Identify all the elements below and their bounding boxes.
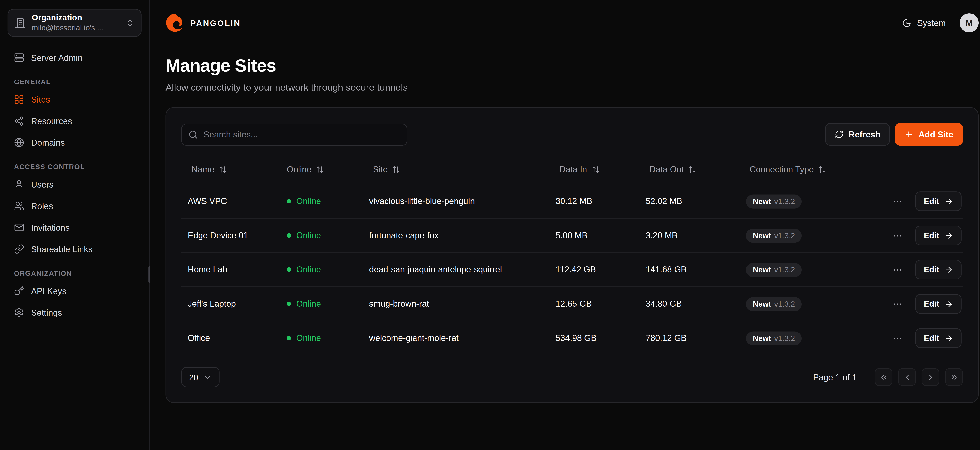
edit-label: Edit [924, 265, 939, 274]
edit-button[interactable]: Edit [915, 328, 962, 348]
mail-icon [14, 222, 24, 233]
theme-toggle[interactable]: System [902, 18, 946, 28]
status-badge: Online [296, 265, 321, 274]
users-icon [14, 201, 24, 211]
sidebar-item-resources[interactable]: Resources [8, 110, 142, 132]
sidebar-item-roles[interactable]: Roles [8, 195, 142, 217]
row-menu-button[interactable] [891, 229, 904, 242]
row-menu-button[interactable] [891, 298, 904, 310]
sites-grid-icon [14, 94, 24, 105]
search-icon [188, 130, 198, 139]
arrow-right-icon [944, 334, 953, 342]
connection-version: v1.3.2 [774, 299, 795, 308]
edit-button[interactable]: Edit [915, 226, 962, 245]
sidebar-item-server-admin[interactable]: Server Admin [8, 47, 142, 68]
site-slug-cell: smug-brown-rat [363, 299, 549, 309]
row-menu-button[interactable] [891, 263, 904, 276]
sidebar-item-domains[interactable]: Domains [8, 132, 142, 153]
connection-type-badge: Newt v1.3.2 [746, 331, 802, 345]
org-selector[interactable]: Organization milo@fossorial.io's ... [8, 9, 142, 36]
first-page-button[interactable] [875, 368, 892, 386]
sidebar-item-label: Domains [31, 138, 65, 147]
toolbar-actions: Refresh Add Site [825, 123, 963, 146]
row-menu-button[interactable] [891, 332, 904, 344]
ellipsis-icon [892, 265, 903, 275]
sort-icon [592, 165, 600, 173]
add-site-button[interactable]: Add Site [895, 123, 963, 146]
page-head: Manage Sites Allow connectivity to your … [165, 56, 979, 93]
table-header: Name Online Site [181, 155, 963, 184]
column-header[interactable]: Data Out [649, 165, 740, 174]
last-page-button[interactable] [945, 368, 963, 386]
connection-type-badge: Newt v1.3.2 [746, 297, 802, 311]
avatar[interactable]: M [959, 13, 978, 32]
site-name-cell: Office [181, 333, 276, 343]
table-row: Home Lab Online dead-san-joaquin-antelop… [181, 252, 963, 287]
plus-icon [905, 130, 913, 139]
connection-type-badge: Newt v1.3.2 [746, 194, 802, 208]
refresh-label: Refresh [849, 130, 881, 139]
data-in-cell: 534.98 GB [549, 333, 640, 343]
table-footer: 20 Page 1 of 1 [181, 367, 963, 387]
server-icon [14, 53, 24, 63]
brand: PANGOLIN [165, 13, 241, 32]
edit-button[interactable]: Edit [915, 294, 962, 314]
topbar-right: System M [902, 13, 979, 32]
gear-icon [14, 307, 24, 317]
sidebar-item-sites[interactable]: Sites [8, 89, 142, 110]
section-label-organization: ORGANIZATION [14, 269, 135, 277]
sort-icon [219, 165, 227, 173]
column-header[interactable]: Site [373, 165, 549, 174]
sidebar-item-shareable-links[interactable]: Shareable Links [8, 238, 142, 260]
sites-card: Refresh Add Site Name [165, 107, 979, 403]
edit-button[interactable]: Edit [915, 191, 962, 211]
sidebar-item-users[interactable]: Users [8, 174, 142, 195]
sidebar: Organization milo@fossorial.io's ... Ser… [0, 0, 150, 450]
main-content: PANGOLIN System M Manage Sites Allow con… [150, 0, 980, 450]
connection-name: Newt [753, 265, 771, 274]
connection-version: v1.3.2 [774, 197, 795, 206]
column-label: Online [287, 165, 312, 174]
column-label: Data In [559, 165, 587, 174]
page-title: Manage Sites [165, 56, 979, 76]
site-slug-cell: fortunate-cape-fox [363, 231, 549, 240]
globe-icon [14, 138, 24, 147]
data-out-cell: 34.80 GB [640, 299, 740, 309]
sidebar-item-invitations[interactable]: Invitations [8, 217, 142, 238]
refresh-icon [835, 130, 843, 139]
sidebar-scrollbar[interactable] [148, 266, 150, 282]
row-actions-cell: Edit [889, 260, 963, 279]
pangolin-logo-icon [165, 13, 185, 32]
column-header[interactable]: Online [287, 165, 363, 174]
row-menu-button[interactable] [891, 195, 904, 208]
avatar-initial: M [966, 18, 972, 28]
site-slug-cell: vivacious-little-blue-penguin [363, 196, 549, 206]
column-header[interactable]: Connection Type [750, 165, 889, 174]
column-label: Connection Type [750, 165, 814, 174]
sidebar-item-api-keys[interactable]: API Keys [8, 280, 142, 301]
ellipsis-icon [892, 230, 903, 241]
chevrons-up-down-icon [126, 18, 134, 27]
sidebar-item-label: Shareable Links [31, 244, 92, 254]
row-actions-cell: Edit [889, 328, 963, 348]
sidebar-item-settings[interactable]: Settings [8, 301, 142, 323]
column-header[interactable]: Data In [559, 165, 640, 174]
sidebar-item-label: Resources [31, 116, 72, 126]
row-actions-cell: Edit [889, 226, 963, 245]
edit-label: Edit [924, 333, 939, 343]
data-in-cell: 112.42 GB [549, 265, 640, 274]
prev-page-button[interactable] [898, 368, 916, 386]
connection-type-cell: Newt v1.3.2 [740, 331, 889, 345]
next-page-button[interactable] [921, 368, 939, 386]
pagination: Page 1 of 1 [813, 368, 963, 386]
table-row: Edge Device 01 Online fortunate-cape-fox… [181, 218, 963, 252]
search-input[interactable] [181, 123, 407, 145]
column-label: Site [373, 165, 388, 174]
arrow-right-icon [944, 265, 953, 274]
edit-button[interactable]: Edit [915, 260, 962, 279]
page-size-select[interactable]: 20 [181, 367, 220, 387]
connection-type-badge: Newt v1.3.2 [746, 263, 802, 277]
refresh-button[interactable]: Refresh [825, 123, 890, 146]
column-header[interactable]: Name [191, 165, 277, 174]
connection-name: Newt [753, 299, 771, 308]
